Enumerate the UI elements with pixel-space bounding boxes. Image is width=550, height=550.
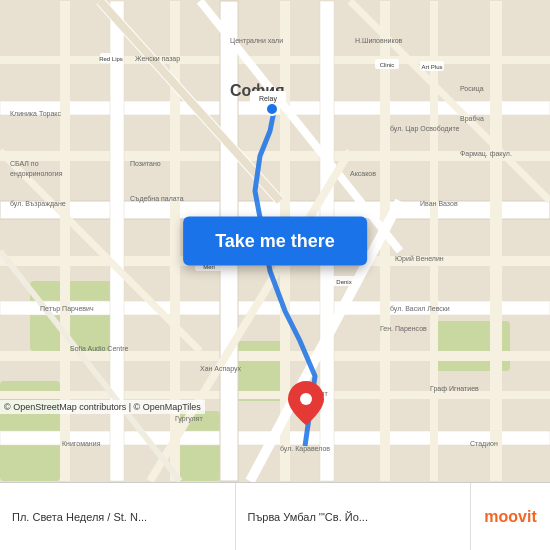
svg-text:бул. Възраждане: бул. Възраждане [10, 200, 66, 208]
svg-text:Фармац. факул.: Фармац. факул. [460, 150, 512, 158]
svg-text:Стадион: Стадион [470, 440, 498, 448]
svg-text:Росица: Росица [460, 85, 484, 93]
svg-text:Ген. Паренсов: Ген. Паренсов [380, 325, 427, 333]
svg-text:бул. Каравелов: бул. Каравелов [280, 445, 330, 453]
take-me-there-button[interactable]: Take me there [183, 217, 367, 266]
svg-text:Н.Шиповников: Н.Шиповников [355, 37, 403, 44]
svg-point-75 [300, 393, 312, 405]
svg-text:Петър Парчевич: Петър Парчевич [40, 305, 94, 313]
svg-text:Иван Вазов: Иван Вазов [420, 200, 458, 207]
svg-text:Red Lips: Red Lips [99, 56, 123, 62]
origin-section: Пл. Света Неделя / St. N... [0, 483, 236, 550]
svg-text:Аксаков: Аксаков [350, 170, 376, 177]
svg-text:Женски пазар: Женски пазар [135, 55, 180, 63]
svg-text:Denix: Denix [336, 279, 351, 285]
svg-text:бул. Цар Освободите: бул. Цар Освободите [390, 125, 460, 133]
bottom-bar: Пл. Света Неделя / St. N... Първа Умбал … [0, 482, 550, 550]
svg-rect-1 [30, 281, 120, 351]
svg-rect-6 [0, 56, 550, 64]
svg-text:Централни хали: Централни хали [230, 37, 283, 45]
svg-text:Позитано: Позитано [130, 160, 161, 167]
svg-text:Съдебна палата: Съдебна палата [130, 195, 184, 203]
map-attribution: © OpenStreetMap contributors | © OpenMap… [0, 400, 205, 414]
svg-rect-13 [0, 391, 550, 399]
svg-rect-22 [430, 1, 438, 481]
svg-text:Relay: Relay [259, 95, 277, 103]
svg-text:бул. Васил Левски: бул. Васил Левски [390, 305, 450, 313]
svg-text:Art Plus: Art Plus [421, 64, 442, 70]
svg-text:Clinic: Clinic [380, 62, 395, 68]
svg-text:ендокринология: ендокринология [10, 170, 63, 178]
destination-label: Първа Умбал '"Св. Йо... [248, 511, 459, 523]
destination-section: Първа Умбал '"Св. Йо... [236, 483, 471, 550]
moovit-text: moovit [484, 508, 536, 526]
origin-label: Пл. Света Неделя / St. N... [12, 511, 223, 523]
svg-text:Хан Аспарух: Хан Аспарух [200, 365, 242, 373]
svg-text:Гургулят: Гургулят [175, 415, 203, 423]
svg-text:Юрий Венелин: Юрий Венелин [395, 255, 444, 263]
svg-text:Клиника Торакс: Клиника Торакс [10, 110, 61, 118]
svg-text:Sofia Audio Centre: Sofia Audio Centre [70, 345, 128, 352]
map-container: София бул. Възраждане бул. Цар Освободит… [0, 0, 550, 482]
svg-text:СБАЛ по: СБАЛ по [10, 160, 39, 167]
svg-rect-23 [490, 1, 502, 481]
app: София бул. Възраждане бул. Цар Освободит… [0, 0, 550, 550]
svg-text:Книгомания: Книгомания [62, 440, 101, 447]
svg-text:Врабча: Врабча [460, 115, 484, 123]
svg-point-61 [266, 103, 278, 115]
moovit-logo: moovit [470, 483, 550, 550]
svg-text:Граф Игнатиев: Граф Игнатиев [430, 385, 479, 393]
